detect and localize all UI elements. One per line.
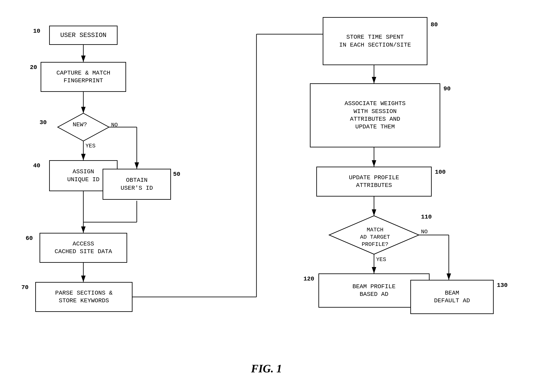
update-profile-box: UPDATE PROFILEATTRIBUTES [316, 167, 432, 196]
ref-30: 30 [40, 119, 47, 126]
store-time-box: STORE TIME SPENTIN EACH SECTION/SITE [323, 17, 427, 65]
ref-50: 50 [173, 171, 180, 177]
flowchart-diagram: USER SESSION 10 CAPTURE & MATCHFINGERPRI… [0, 0, 533, 392]
ref-10: 10 [33, 28, 40, 34]
ref-40: 40 [33, 162, 40, 169]
ref-100: 100 [435, 169, 446, 175]
ref-120: 120 [303, 275, 314, 282]
diagram-svg [0, 0, 533, 392]
yes-label-110: YES [376, 256, 386, 263]
figure-label: FIG. 1 [251, 362, 282, 375]
user-session-box: USER SESSION [49, 26, 118, 45]
yes-label-30: YES [85, 143, 95, 149]
new-decision-label: NEW? [73, 121, 87, 128]
ref-130: 130 [497, 282, 508, 289]
no-label-30: NO [111, 122, 118, 128]
no-label-110: NO [421, 229, 428, 235]
associate-weights-box: ASSOCIATE WEIGHTSWITH SESSIONATTRIBUTES … [310, 83, 440, 147]
capture-match-box: CAPTURE & MATCHFINGERPRINT [41, 62, 126, 92]
match-ad-label: MATCHAD TARGETPROFILE? [353, 226, 397, 248]
access-cached-box: ACCESSCACHED SITE DATA [40, 233, 127, 263]
ref-20: 20 [30, 64, 37, 71]
beam-default-box: BEAMDEFAULT AD [410, 280, 494, 314]
ref-70: 70 [21, 284, 29, 291]
ref-60: 60 [26, 235, 33, 242]
ref-80: 80 [431, 21, 438, 28]
ref-90: 90 [443, 85, 451, 92]
parse-sections-box: PARSE SECTIONS &STORE KEYWORDS [35, 282, 132, 312]
ref-110: 110 [421, 214, 432, 220]
obtain-id-box: OBTAINUSER'S ID [103, 169, 171, 200]
